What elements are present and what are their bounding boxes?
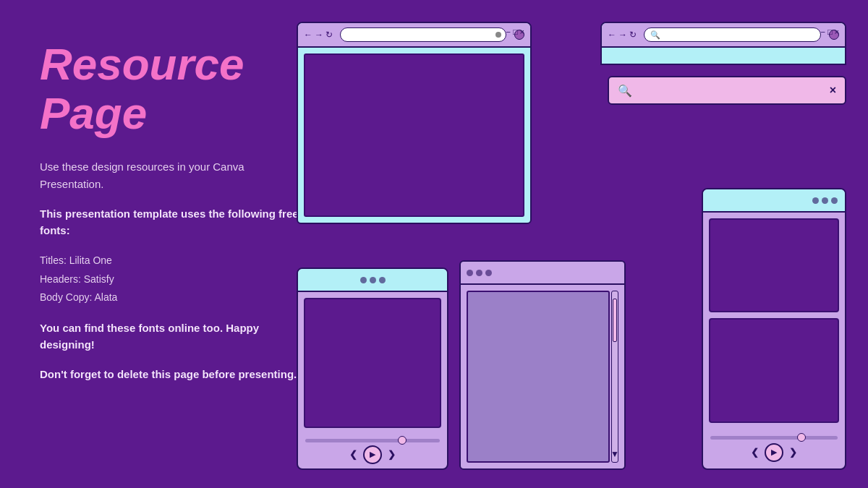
scroll-content-wrapper: ▼: [467, 291, 610, 463]
nav-arrows: ← → ↻: [304, 30, 333, 40]
scrollbar-track[interactable]: ▼: [611, 291, 618, 463]
font-header: Headers: Satisfy: [40, 270, 307, 288]
browser-large-content: [304, 53, 524, 217]
progress-bar[interactable]: [305, 439, 440, 442]
scroll-dot-3: [485, 270, 492, 276]
media-tall-top-bar: [703, 189, 845, 213]
paragraph-3: You can find these fonts online too. Hap…: [40, 320, 307, 354]
media-tall-screen-bottom: [709, 318, 839, 423]
scroll-down-arrow: ▼: [610, 449, 619, 459]
browser-small-frame: ← → ↻ 🔍 − □ ×: [600, 22, 846, 65]
tall-dot-3: [831, 197, 838, 204]
search-icon: 🔍: [618, 84, 632, 98]
dot-1: [360, 277, 367, 283]
search-text: 🔍: [650, 30, 660, 40]
media-tall-controls: ❮ ▶ ❯: [703, 429, 845, 468]
prev-button[interactable]: ❮: [349, 449, 357, 460]
tall-progress-thumb: [797, 433, 806, 442]
window-controls-2: − □ ×: [820, 27, 839, 36]
scroll-widget-frame: ▼: [459, 260, 626, 470]
forward-arrow-2: →: [618, 30, 627, 40]
tall-dots: [812, 197, 838, 204]
address-bar-2[interactable]: 🔍: [644, 27, 821, 42]
media-player-small-frame: ❮ ▶ ❯: [297, 267, 448, 470]
scroll-content: [467, 291, 610, 463]
media-top-bar: [298, 269, 447, 292]
media-player-small: ❮ ▶ ❯: [297, 267, 448, 470]
dot-3: [379, 277, 386, 283]
page-title: Resource Page: [40, 40, 307, 138]
browser-large-frame: ← → ↻ − □ ×: [297, 22, 532, 224]
address-bar[interactable]: [340, 27, 506, 42]
maximize-icon-2: □: [827, 27, 833, 36]
paragraph-2: This presentation template uses the foll…: [40, 205, 307, 239]
search-dot: [495, 32, 501, 38]
player-buttons: ❮ ▶ ❯: [349, 445, 396, 464]
close-icon-2: ×: [835, 27, 839, 36]
browser-small-titlebar: ← → ↻ 🔍 − □ ×: [602, 23, 845, 48]
scroll-dot-1: [467, 270, 473, 276]
window-controls: − □ ×: [506, 27, 524, 36]
minimize-icon: −: [506, 27, 510, 36]
media-player-tall: ❮ ▶ ❯: [702, 188, 846, 470]
scroll-dots: [467, 270, 492, 276]
media-screen: [304, 298, 441, 428]
tall-prev-button[interactable]: ❮: [751, 447, 759, 458]
media-controls: ❮ ▶ ❯: [298, 434, 447, 468]
tall-dot-2: [822, 197, 828, 204]
back-arrow: ←: [304, 30, 312, 40]
progress-thumb: [398, 436, 407, 445]
font-body: Body Copy: Alata: [40, 288, 307, 307]
browser-large: ← → ↻ − □ ×: [297, 22, 532, 224]
close-icon: ×: [520, 27, 524, 36]
search-bar-widget[interactable]: 🔍 ×: [608, 76, 846, 105]
scroll-top-bar: [461, 262, 624, 285]
maximize-icon: □: [513, 27, 518, 36]
media-player-tall-frame: ❮ ▶ ❯: [702, 188, 846, 470]
forward-arrow: →: [315, 30, 323, 40]
next-button[interactable]: ❯: [388, 449, 396, 460]
media-tall-screen-top: [709, 218, 839, 312]
tall-next-button[interactable]: ❯: [789, 447, 797, 458]
dot-2: [370, 277, 376, 283]
nav-arrows-2: ← → ↻: [608, 30, 637, 40]
font-list: Titles: Lilita One Headers: Satisfy Body…: [40, 252, 307, 307]
scroll-widget: ▼: [459, 260, 626, 470]
tall-dot-1: [812, 197, 819, 204]
tall-progress-bar[interactable]: [710, 436, 838, 440]
tall-player-buttons: ❮ ▶ ❯: [751, 443, 797, 462]
font-title: Titles: Lilita One: [40, 252, 307, 270]
close-search-icon: ×: [830, 84, 836, 97]
minimize-icon-2: −: [820, 27, 825, 36]
play-button[interactable]: ▶: [363, 445, 382, 464]
browser-large-titlebar: ← → ↻ − □ ×: [298, 23, 530, 48]
left-panel: Resource Page Use these design resources…: [40, 40, 307, 396]
refresh-icon-2: ↻: [629, 30, 637, 40]
browser-small: ← → ↻ 🔍 − □ ×: [600, 22, 846, 80]
back-arrow-2: ←: [608, 30, 616, 40]
paragraph-4: Don't forget to delete this page before …: [40, 366, 307, 382]
tall-play-button[interactable]: ▶: [765, 443, 783, 462]
right-panel: ← → ↻ − □ × ← →: [297, 22, 846, 470]
refresh-icon: ↻: [326, 30, 333, 40]
scrollbar-thumb: [613, 299, 617, 342]
scroll-dot-2: [476, 270, 482, 276]
three-dots: [360, 277, 386, 283]
paragraph-1: Use these design resources in your Canva…: [40, 158, 307, 192]
